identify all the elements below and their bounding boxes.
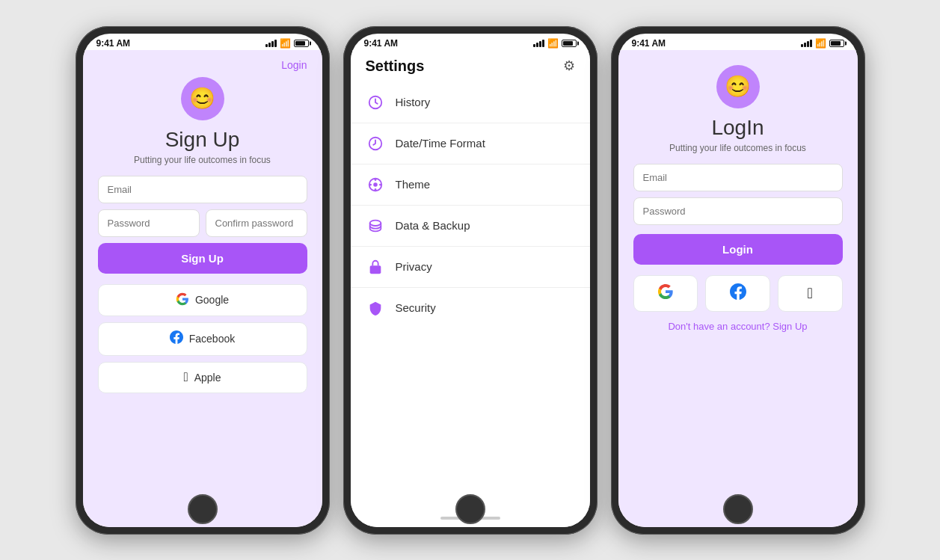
security-icon bbox=[366, 298, 385, 318]
smiley-icon: 😊 bbox=[189, 86, 215, 111]
status-bar-2: 9:41 AM 📶 bbox=[351, 34, 590, 50]
phone-login: 9:41 AM 📶 😊 LogIn Putting your life outc… bbox=[611, 26, 865, 535]
gear-button[interactable]: ⚙ bbox=[563, 58, 575, 74]
social-icons-row:  bbox=[633, 275, 843, 312]
wifi-icon-3: 📶 bbox=[815, 38, 826, 49]
datetime-label: Date/Time Format bbox=[396, 137, 485, 150]
login-title: LogIn bbox=[711, 116, 764, 140]
signup-screen: Login 😊 Sign Up Putting your life outcom… bbox=[83, 50, 322, 527]
wifi-icon: 📶 bbox=[280, 38, 291, 49]
status-icons-2: 📶 bbox=[533, 38, 577, 49]
login-screen: 😊 LogIn Putting your life outcomes in fo… bbox=[618, 50, 858, 527]
google-icon-login bbox=[657, 283, 674, 304]
svg-point-8 bbox=[369, 220, 381, 225]
apple-signin-button[interactable]:  Apple bbox=[98, 362, 307, 393]
apple-login-button[interactable]:  bbox=[778, 275, 843, 312]
time-3: 9:41 AM bbox=[632, 38, 666, 49]
settings-header: Settings ⚙ bbox=[351, 50, 590, 82]
login-email-field[interactable] bbox=[633, 164, 843, 191]
battery-icon bbox=[294, 40, 309, 47]
avatar-login: 😊 bbox=[716, 65, 760, 108]
theme-label: Theme bbox=[396, 178, 431, 191]
privacy-icon bbox=[366, 257, 385, 277]
signal-icon bbox=[265, 40, 277, 47]
security-label: Security bbox=[396, 301, 436, 314]
settings-item-theme[interactable]: Theme bbox=[351, 164, 590, 206]
login-subtitle: Putting your life outcomes in focus bbox=[669, 143, 806, 153]
signal-icon-2 bbox=[533, 40, 544, 47]
facebook-login-button[interactable] bbox=[705, 275, 770, 312]
settings-screen: Settings ⚙ History bbox=[351, 50, 590, 527]
no-account-link[interactable]: Don't have an account? Sign Up bbox=[668, 321, 807, 332]
history-icon bbox=[366, 93, 385, 112]
avatar: 😊 bbox=[181, 77, 224, 120]
home-button-2[interactable] bbox=[455, 494, 485, 524]
facebook-icon bbox=[170, 330, 183, 348]
backup-icon bbox=[366, 216, 385, 236]
apple-icon:  bbox=[183, 370, 188, 385]
google-label: Google bbox=[195, 294, 229, 306]
wifi-icon-2: 📶 bbox=[547, 38, 559, 49]
confirm-password-field[interactable] bbox=[206, 209, 307, 237]
signal-icon-3 bbox=[801, 40, 812, 47]
login-button[interactable]: Login bbox=[633, 234, 843, 265]
signup-button[interactable]: Sign Up bbox=[98, 243, 307, 274]
settings-title: Settings bbox=[366, 58, 425, 75]
login-link[interactable]: Login bbox=[281, 59, 307, 71]
settings-item-privacy[interactable]: Privacy bbox=[351, 247, 590, 288]
password-row bbox=[98, 209, 307, 237]
facebook-icon-login bbox=[730, 283, 746, 304]
phone-signup: 9:41 AM 📶 Login 😊 Sign Up Putt bbox=[76, 26, 330, 535]
home-button-3[interactable] bbox=[723, 494, 753, 524]
svg-point-4 bbox=[374, 179, 376, 181]
apple-icon-login:  bbox=[808, 285, 813, 302]
apple-label: Apple bbox=[194, 372, 221, 384]
svg-point-7 bbox=[379, 183, 381, 185]
password-field[interactable] bbox=[98, 209, 200, 237]
email-field[interactable] bbox=[98, 176, 307, 203]
battery-icon-2 bbox=[562, 40, 577, 47]
privacy-label: Privacy bbox=[396, 260, 432, 273]
status-bar-3: 9:41 AM 📶 bbox=[618, 34, 858, 50]
signup-subtitle: Putting your life outcomes in focus bbox=[134, 155, 271, 165]
settings-item-security[interactable]: Security bbox=[351, 288, 590, 328]
battery-icon-3 bbox=[829, 40, 844, 47]
theme-icon bbox=[366, 175, 385, 194]
signup-title: Sign Up bbox=[165, 128, 240, 152]
google-login-button[interactable] bbox=[633, 275, 698, 312]
login-password-field[interactable] bbox=[633, 197, 843, 225]
settings-item-datetime[interactable]: Date/Time Format bbox=[351, 123, 590, 164]
svg-point-3 bbox=[373, 182, 378, 187]
status-icons-3: 📶 bbox=[801, 38, 844, 49]
svg-rect-9 bbox=[369, 265, 381, 274]
facebook-label: Facebook bbox=[189, 333, 235, 345]
status-bar-1: 9:41 AM 📶 bbox=[83, 34, 322, 50]
status-icons-1: 📶 bbox=[265, 38, 309, 49]
datetime-icon bbox=[366, 134, 385, 153]
phone-settings: 9:41 AM 📶 Settings ⚙ bbox=[343, 26, 598, 535]
backup-label: Data & Backup bbox=[396, 219, 470, 232]
time-1: 9:41 AM bbox=[96, 38, 131, 49]
svg-point-6 bbox=[369, 183, 372, 185]
settings-item-history[interactable]: History bbox=[351, 82, 590, 123]
settings-list: History Date/Time Format bbox=[351, 82, 590, 511]
time-2: 9:41 AM bbox=[364, 38, 399, 49]
smiley-icon-login: 😊 bbox=[725, 74, 751, 99]
google-signin-button[interactable]: Google bbox=[98, 284, 307, 316]
history-label: History bbox=[396, 96, 431, 108]
svg-point-5 bbox=[374, 188, 376, 191]
facebook-signin-button[interactable]: Facebook bbox=[98, 322, 307, 356]
home-button-1[interactable] bbox=[188, 494, 218, 524]
google-icon bbox=[176, 292, 189, 308]
settings-item-backup[interactable]: Data & Backup bbox=[351, 206, 590, 247]
